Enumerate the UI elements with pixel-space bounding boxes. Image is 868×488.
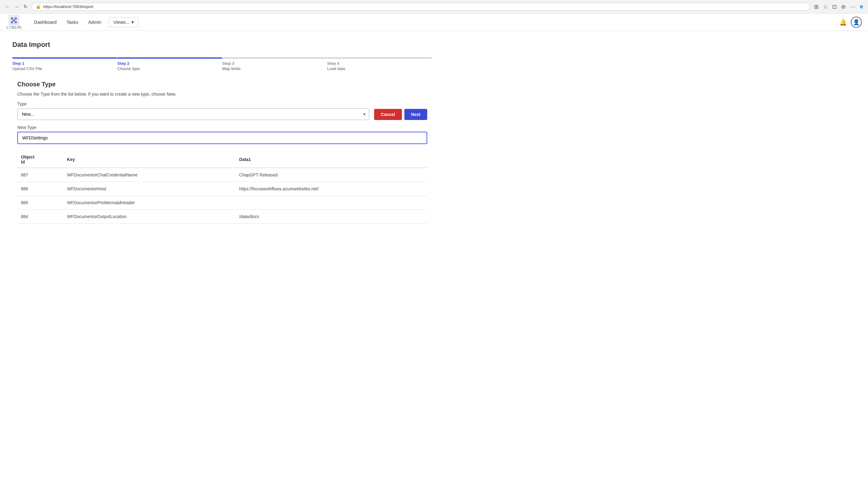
url-text: https://localhost:7063/import <box>43 4 94 9</box>
table-row: 886 WFDocumentorHost https://focusworkfl… <box>17 182 427 196</box>
step-3-bar <box>222 57 327 59</box>
step-1-label: Step 1 <box>12 61 117 66</box>
step-2: Step 2 Choose type <box>117 57 222 71</box>
table-header: ObjectId Key Data1 <box>17 152 427 168</box>
cell-key: WFDocumentorOutputLocation <box>63 210 236 224</box>
notification-bell-icon[interactable]: 🔔 <box>839 19 847 26</box>
svg-point-2 <box>14 17 17 20</box>
step-1: Step 1 Upload CSV File <box>12 57 117 71</box>
step-4: Step 4 Load data <box>327 57 432 71</box>
app-logo: 1.7.952-PE <box>6 15 22 29</box>
cancel-button[interactable]: Cancel <box>374 109 402 120</box>
cell-object-id: 885 <box>17 196 63 210</box>
chevron-down-icon: ▾ <box>131 20 134 25</box>
step-3: Step 3 Map fields <box>222 57 327 71</box>
cell-data1 <box>236 196 427 210</box>
browser-controls: ← → ↻ <box>4 2 29 11</box>
choose-type-description: Choose the Type from the list below. If … <box>17 92 427 97</box>
next-button[interactable]: Next <box>404 109 427 120</box>
nav-tasks[interactable]: Tasks <box>61 13 83 31</box>
step-2-sublabel: Choose type <box>117 66 222 71</box>
edge-icon: e <box>859 2 864 11</box>
table-body: 887 WFDocumentorChatCredentialName ChapG… <box>17 168 427 224</box>
type-select[interactable]: New... <box>17 108 369 120</box>
step-1-sublabel: Upload CSV File <box>12 66 117 71</box>
table-row: 887 WFDocumentorChatCredentialName ChapG… <box>17 168 427 182</box>
step-2-bar <box>117 57 222 59</box>
cell-object-id: 886 <box>17 182 63 196</box>
back-button[interactable]: ← <box>4 3 11 11</box>
svg-point-5 <box>13 20 15 21</box>
cell-object-id: 887 <box>17 168 63 182</box>
favorites-icon[interactable]: ☆ <box>822 2 829 11</box>
table-row: 885 WFDocumentorPreMermaidHeader <box>17 196 427 210</box>
steps-progress: Step 1 Upload CSV File Step 2 Choose typ… <box>12 57 432 71</box>
step-3-label: Step 3 <box>222 61 327 66</box>
step-4-sublabel: Load data <box>327 66 432 71</box>
cell-key: WFDocumentorPreMermaidHeader <box>63 196 236 210</box>
user-avatar[interactable]: 👤 <box>851 17 862 28</box>
profile-icon[interactable]: ⊛ <box>840 2 847 11</box>
new-type-input[interactable] <box>17 132 427 144</box>
page-title: Data Import <box>12 41 432 49</box>
new-type-label: New Type <box>17 125 427 130</box>
step-4-bar <box>327 57 432 59</box>
app-header: 1.7.952-PE Dashboard Tasks Admin Views..… <box>0 13 868 31</box>
data-table: ObjectId Key Data1 887 WFDocumentorChatC… <box>17 152 427 224</box>
extensions-icon[interactable]: ⊞ <box>813 2 820 11</box>
col-data1: Data1 <box>236 152 427 168</box>
version-label: 1.7.952-PE <box>6 26 22 29</box>
settings-icon[interactable]: ⋯ <box>849 2 857 11</box>
svg-point-3 <box>11 21 13 24</box>
type-field-label: Type <box>17 101 369 106</box>
cell-key: WFDocumentorHost <box>63 182 236 196</box>
col-key: Key <box>63 152 236 168</box>
step-1-bar <box>12 57 117 59</box>
views-dropdown[interactable]: Views... ▾ <box>108 17 138 27</box>
svg-point-4 <box>14 21 17 24</box>
type-row: Type New... ▾ Cancel Next <box>17 101 427 120</box>
logo-svg <box>8 15 20 26</box>
step-2-label: Step 2 <box>117 61 222 66</box>
cell-data1: ChapGPT Released <box>236 168 427 182</box>
action-buttons: Cancel Next <box>374 102 427 120</box>
collections-icon[interactable]: ⊡ <box>831 2 838 11</box>
col-object-id: ObjectId <box>17 152 63 168</box>
step-3-sublabel: Map fields <box>222 66 327 71</box>
choose-type-section: Choose Type Choose the Type from the lis… <box>12 81 432 224</box>
header-right: 🔔 👤 <box>839 17 862 28</box>
type-field: Type New... ▾ <box>17 101 369 120</box>
choose-type-title: Choose Type <box>17 81 427 88</box>
views-label: Views... <box>113 20 129 25</box>
avatar-icon: 👤 <box>853 19 860 26</box>
nav-admin[interactable]: Admin <box>83 13 106 31</box>
cell-key: WFDocumentorChatCredentialName <box>63 168 236 182</box>
step-4-label: Step 4 <box>327 61 432 66</box>
main-content: Data Import Step 1 Upload CSV File Step … <box>0 31 444 233</box>
address-bar[interactable]: 🔒 https://localhost:7063/import <box>31 3 810 10</box>
table-header-row: ObjectId Key Data1 <box>17 152 427 168</box>
svg-point-1 <box>11 17 13 20</box>
forward-button[interactable]: → <box>13 3 20 11</box>
cell-object-id: 884 <box>17 210 63 224</box>
browser-actions: ⊞ ☆ ⊡ ⊛ ⋯ e <box>813 2 864 11</box>
type-select-container: New... ▾ <box>17 108 369 120</box>
browser-bar: ← → ↻ 🔒 https://localhost:7063/import ⊞ … <box>0 0 868 13</box>
nav-dashboard[interactable]: Dashboard <box>29 13 61 31</box>
cell-data1: /data/docs <box>236 210 427 224</box>
new-type-field: New Type <box>17 125 427 144</box>
table-row: 884 WFDocumentorOutputLocation /data/doc… <box>17 210 427 224</box>
lock-icon: 🔒 <box>36 4 41 9</box>
cell-data1: https://focusworkflows.azurewebsites.net… <box>236 182 427 196</box>
refresh-button[interactable]: ↻ <box>22 2 29 11</box>
